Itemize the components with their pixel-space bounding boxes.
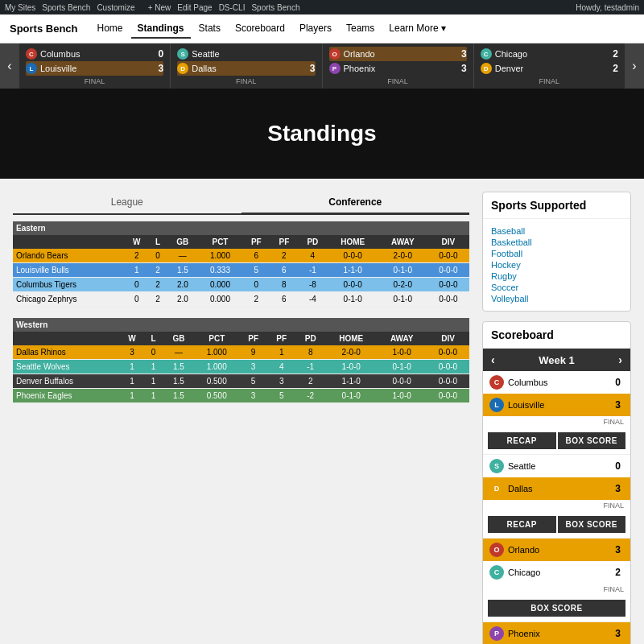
col-w: W [125, 235, 148, 249]
sb-phoenix-name: Phoenix [508, 629, 540, 638]
sb-team-orlando: O Orlando 3 [483, 539, 630, 561]
sport-basketball[interactable]: Basketball [491, 237, 622, 248]
sb-seattle-name: Seattle [508, 461, 535, 471]
sb-recap2-btn[interactable]: RECAP [488, 516, 556, 533]
nav-standings[interactable]: Standings [131, 19, 191, 39]
ticker-team-columbus: C Columbus 0 [26, 47, 163, 61]
sb-columbus-icon: C [489, 375, 504, 390]
team-l: 0 [148, 249, 167, 263]
admin-sports-bench[interactable]: Sports Bench [42, 3, 90, 12]
standings-section: League Conference Eastern W L GB PCT PF … [13, 192, 469, 403]
louisville-name: Louisville [40, 64, 76, 73]
sb-game3-actions: BOX SCORE [483, 597, 630, 621]
main-content: League Conference Eastern W L GB PCT PF … [0, 179, 644, 644]
sport-baseball[interactable]: Baseball [491, 225, 622, 237]
nav-teams[interactable]: Teams [340, 19, 381, 39]
sport-volleyball[interactable]: Volleyball [491, 293, 622, 304]
sb-team-chicago: C Chicago 2 [483, 561, 630, 584]
sb-team-seattle: S Seattle 0 [483, 455, 630, 477]
team-pct: 1.000 [198, 249, 242, 263]
col-div: DIV [427, 235, 469, 249]
sports-supported-widget: Sports Supported Baseball Basketball Foo… [482, 192, 631, 312]
sb-game-3: O Orlando 3 C Chicago 2 FINAL BOX SCORE [483, 539, 630, 622]
team-pf2: 2 [270, 249, 299, 263]
week-next-arrow[interactable]: › [618, 353, 622, 366]
team-w: 2 [125, 249, 148, 263]
sb-game-4: P Phoenix 3 D Denver 2 FINAL [483, 622, 630, 644]
table-row: Chicago Zephrys 022.00.00026-4 0-1-00-1-… [13, 292, 469, 307]
col-pf2: PF [267, 332, 295, 345]
sb-chicago-icon: C [489, 565, 504, 580]
sb-orlando-score: 3 [615, 544, 624, 555]
sb-dallas-name: Dallas [508, 484, 533, 493]
ticker-team-chicago: C Chicago 2 [481, 47, 618, 61]
sb-game2-actions: RECAP BOX SCORE [483, 513, 630, 538]
sport-football[interactable]: Football [491, 248, 622, 259]
nav-stats[interactable]: Stats [192, 19, 227, 39]
sb-boxscore-btn[interactable]: BOX SCORE [558, 432, 626, 449]
sb-orlando-name: Orlando [508, 545, 539, 555]
ticker-team-phoenix: P Phoenix 3 [329, 61, 467, 76]
col-pct: PCT [198, 235, 242, 249]
ticker-next-arrow[interactable]: › [625, 43, 644, 89]
col-pd: PD [298, 235, 327, 249]
col-div: DIV [427, 332, 469, 345]
nav-players[interactable]: Players [293, 19, 338, 39]
ticker-team-orlando: O Orlando 3 [329, 47, 467, 61]
nav-scoreboard[interactable]: Scoreboard [229, 19, 291, 39]
sport-rugby[interactable]: Rugby [491, 270, 622, 282]
sport-hockey[interactable]: Hockey [491, 259, 622, 270]
col-pf1: PF [239, 332, 267, 345]
admin-my-sites[interactable]: My Sites [5, 3, 35, 12]
scoreboard-widget: Scoreboard ‹ Week 1 › C Columbus 0 L [482, 321, 631, 644]
col-gb: GB [167, 235, 198, 249]
sb-team-columbus: C Columbus 0 [483, 371, 630, 394]
sport-soccer[interactable]: Soccer [491, 282, 622, 293]
nav-learn-more[interactable]: Learn More ▾ [382, 19, 452, 39]
sb-louisville-icon: L [489, 398, 504, 412]
team-name: Louisville Bulls [13, 263, 125, 278]
sb-chicago-name: Chicago [508, 568, 540, 577]
denver-icon: D [481, 63, 492, 74]
sb-team-phoenix: P Phoenix 3 [483, 622, 630, 644]
team-name: Phoenix Eagles [13, 389, 120, 403]
western-division-header: Western [13, 318, 469, 332]
team-home: 0-0-0 [328, 249, 378, 263]
site-title[interactable]: Sports Bench [10, 23, 78, 35]
sb-seattle-score: 0 [615, 460, 624, 472]
eastern-division-header: Eastern [13, 221, 469, 235]
admin-customize[interactable]: Customize [97, 3, 134, 12]
eastern-standings-table: Eastern W L GB PCT PF PF PD HOME AWAY DI… [13, 221, 469, 307]
columbus-name: Columbus [40, 49, 80, 59]
admin-cli[interactable]: DS-CLI [219, 3, 246, 12]
orlando-score: 3 [461, 48, 467, 60]
ticker-games: C Columbus 0 L Louisville 3 FINAL S Seat… [19, 43, 625, 89]
team-name: Denver Buffalos [13, 374, 120, 389]
team-name: Seattle Wolves [13, 360, 120, 374]
sb-recap-btn[interactable]: RECAP [488, 432, 556, 449]
admin-new[interactable]: + New [148, 3, 171, 12]
sb-boxscore3-btn[interactable]: BOX SCORE [488, 600, 625, 617]
ticker-prev-arrow[interactable]: ‹ [0, 43, 19, 89]
sports-widget-title: Sports Supported [483, 192, 630, 219]
sb-boxscore2-btn[interactable]: BOX SCORE [558, 516, 626, 533]
ticker-game3-status: FINAL [329, 77, 467, 85]
col-home: HOME [328, 235, 378, 249]
col-gb: GB [163, 332, 195, 345]
sb-columbus-score: 0 [615, 377, 624, 388]
week-prev-arrow[interactable]: ‹ [491, 353, 495, 366]
tab-league[interactable]: League [13, 192, 242, 213]
team-name: Orlando Bears [13, 249, 125, 263]
tab-conference[interactable]: Conference [242, 192, 470, 215]
admin-edit-page[interactable]: Edit Page [177, 3, 212, 12]
ticker-team-dallas: D Dallas 3 [177, 61, 315, 76]
admin-sports-tab[interactable]: Sports Bench [251, 3, 299, 12]
ticker-game4-status: FINAL [481, 77, 618, 85]
sb-game3-status: FINAL [483, 584, 630, 597]
seattle-name: Seattle [192, 49, 219, 59]
denver-score: 2 [613, 63, 618, 74]
sb-game-1: C Columbus 0 L Louisville 3 FINAL RECAP … [483, 371, 630, 455]
ticker-game1-status: FINAL [26, 77, 163, 85]
team-name: Chicago Zephrys [13, 292, 125, 307]
nav-home[interactable]: Home [91, 19, 130, 39]
